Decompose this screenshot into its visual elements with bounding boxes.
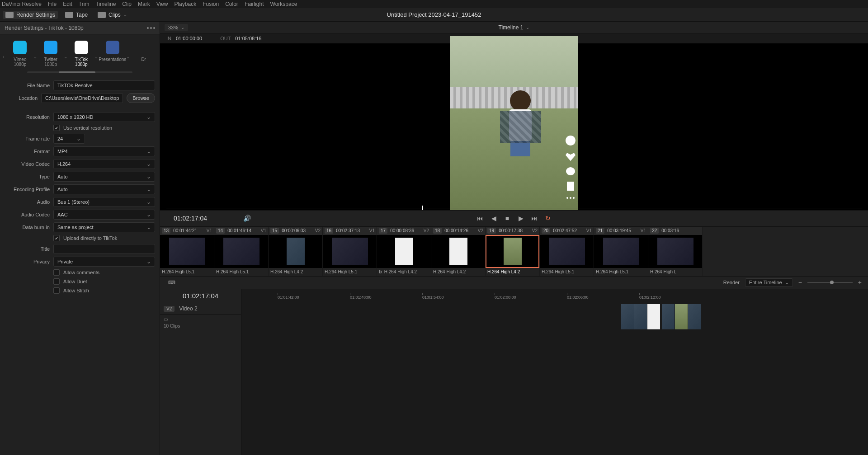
menu-item[interactable]: Trim bbox=[79, 1, 90, 7]
preset-pres[interactable]: Presentations bbox=[99, 41, 126, 62]
clip-item[interactable]: 1600:02:37:13V1H.264 High L5.1 bbox=[323, 227, 377, 276]
keyboard-icon[interactable]: ⌨ bbox=[168, 280, 175, 286]
twitter-icon bbox=[44, 41, 57, 54]
zoom-out-button[interactable]: − bbox=[798, 279, 802, 286]
stop-button[interactable]: ■ bbox=[504, 215, 511, 222]
clip-codec-label: fx H.264 High L4.2 bbox=[377, 268, 431, 276]
timeline-tracks-area[interactable]: 01:01:42:0001:01:48:0001:01:54:0001:02:0… bbox=[241, 289, 868, 455]
allow-duet-checkbox[interactable] bbox=[53, 278, 60, 285]
menu-item[interactable]: Playback bbox=[174, 1, 196, 7]
timeline-clip-group[interactable] bbox=[621, 304, 660, 329]
ruler-tick: 01:01:48:00 bbox=[350, 295, 372, 300]
encoding-profile-select[interactable]: Auto bbox=[53, 184, 155, 194]
menu-item[interactable]: DaVinci Resolve bbox=[2, 1, 42, 7]
preset-scroll-left[interactable]: ‹ bbox=[3, 54, 7, 59]
clip-codec-label: H.264 High L bbox=[648, 268, 702, 276]
menu-item[interactable]: Edit bbox=[63, 1, 72, 7]
step-back-button[interactable]: ◀ bbox=[490, 215, 497, 222]
panel-options-button[interactable] bbox=[147, 27, 155, 29]
clip-codec-label: H.264 High L5.1 bbox=[323, 268, 377, 276]
upload-tiktok-label: Upload directly to TikTok bbox=[63, 235, 117, 241]
allow-stitch-checkbox[interactable] bbox=[53, 287, 60, 294]
viewer-header: 33% ⌄ Timeline 1 ⌄ bbox=[160, 22, 868, 33]
resolution-label: Resolution bbox=[5, 114, 50, 120]
clip-item[interactable]: 2000:02:47:52V1H.264 High L5.1 bbox=[540, 227, 594, 276]
speaker-icon[interactable]: 🔊 bbox=[243, 215, 251, 222]
clip-item[interactable]: 1900:00:17:38V2H.264 High L4.2 bbox=[486, 227, 540, 276]
clip-item[interactable]: 2200:03:16H.264 High L bbox=[648, 227, 703, 276]
menu-item[interactable]: Mark bbox=[138, 1, 150, 7]
go-end-button[interactable]: ⏭ bbox=[531, 215, 538, 222]
clip-timecode: 00:02:47:52 bbox=[553, 228, 577, 233]
clip-item[interactable]: 2100:03:19:45V1H.264 High L5.1 bbox=[594, 227, 648, 276]
audio-select[interactable]: Bus 1 (Stereo) bbox=[53, 197, 155, 207]
play-button[interactable]: ▶ bbox=[517, 215, 524, 222]
menu-item[interactable]: Clip bbox=[122, 1, 132, 7]
clip-track: V1 bbox=[261, 228, 266, 233]
vertical-resolution-checkbox[interactable] bbox=[53, 125, 60, 131]
render-label: Render bbox=[723, 280, 740, 285]
go-start-button[interactable]: ⏮ bbox=[476, 215, 484, 222]
menu-item[interactable]: View bbox=[156, 1, 168, 7]
title-input[interactable] bbox=[53, 244, 155, 254]
privacy-select[interactable]: Private bbox=[53, 257, 155, 267]
browse-button[interactable]: Browse bbox=[127, 93, 155, 103]
out-timecode: 01:05:08:16 bbox=[235, 36, 261, 41]
clip-item[interactable]: 1700:00:08:36V2fx H.264 High L4.2 bbox=[377, 227, 431, 276]
allow-comments-checkbox[interactable] bbox=[53, 269, 60, 276]
preset-twitter[interactable]: Twitter 1080p bbox=[38, 41, 64, 67]
burn-in-select[interactable]: Same as project bbox=[53, 222, 155, 232]
timeline-clip-group[interactable] bbox=[662, 304, 701, 329]
codec-select[interactable]: H.264 bbox=[53, 159, 155, 169]
format-select[interactable]: MP4 bbox=[53, 146, 155, 156]
resolution-select[interactable]: 1080 x 1920 HD bbox=[53, 112, 155, 122]
chevron-down-icon[interactable]: ⌄ bbox=[33, 54, 38, 59]
clip-item[interactable]: 1300:01:44:21V1H.264 High L5.1 bbox=[160, 227, 214, 276]
clip-item[interactable]: 1500:00:06:03V2H.264 High L4.2 bbox=[269, 227, 323, 276]
chevron-down-icon[interactable]: ⌄ bbox=[126, 54, 130, 59]
timeline-name-select[interactable]: Timeline 1 ⌄ bbox=[499, 24, 530, 31]
clips-toggle[interactable]: Clips ⌄ bbox=[95, 11, 130, 19]
tape-icon bbox=[65, 12, 73, 18]
clip-item[interactable]: 1800:00:14:26V2H.264 High L4.2 bbox=[431, 227, 486, 276]
chevron-down-icon[interactable]: ⌄ bbox=[64, 54, 68, 59]
preset-vimeo[interactable]: Vimeo 1080p bbox=[7, 41, 33, 67]
loop-button[interactable]: ↻ bbox=[544, 215, 552, 222]
clip-track: V2 bbox=[532, 228, 538, 233]
clip-count: 10 Clips bbox=[164, 324, 237, 328]
chevron-down-icon[interactable]: ⌄ bbox=[94, 54, 99, 59]
render-settings-toggle[interactable]: Render Settings bbox=[3, 11, 58, 19]
menu-item[interactable]: Fairlight bbox=[245, 1, 264, 7]
clip-number: 19 bbox=[487, 228, 496, 234]
preset-scrollbar[interactable] bbox=[27, 71, 132, 73]
tape-toggle[interactable]: Tape bbox=[62, 11, 90, 19]
menu-item[interactable]: Color bbox=[225, 1, 238, 7]
location-input[interactable]: C:\Users\lewis\OneDrive\Desktop bbox=[41, 93, 123, 103]
render-scope-select[interactable]: Entire Timeline bbox=[745, 278, 793, 287]
viewer-canvas[interactable] bbox=[160, 43, 868, 210]
avatar-icon bbox=[566, 136, 576, 145]
menu-item[interactable]: Timeline bbox=[95, 1, 116, 7]
viewer-scrubber[interactable] bbox=[166, 206, 862, 210]
upload-tiktok-checkbox[interactable] bbox=[53, 235, 60, 241]
project-title: Untitled Project 2023-04-17_191452 bbox=[387, 11, 481, 18]
zoom-in-button[interactable]: + bbox=[858, 279, 862, 286]
zoom-slider[interactable] bbox=[807, 282, 853, 283]
clip-item[interactable]: 1400:01:46:14V1H.264 High L5.1 bbox=[214, 227, 269, 276]
menu-item[interactable]: Fusion bbox=[203, 1, 219, 7]
file-name-input[interactable]: TikTOk Resolve bbox=[53, 80, 155, 90]
track-header-v2[interactable]: V2 Video 2 bbox=[160, 303, 241, 315]
timeline-ruler[interactable]: 01:01:42:0001:01:48:0001:01:54:0001:02:0… bbox=[241, 289, 868, 303]
preset-[interactable]: Dr bbox=[130, 41, 157, 62]
menu-item[interactable]: File bbox=[48, 1, 57, 7]
framerate-select[interactable]: 24 bbox=[53, 134, 85, 144]
audio-codec-select[interactable]: AAC bbox=[53, 210, 155, 220]
render-bar: ⌨ Render Entire Timeline − + bbox=[160, 276, 868, 289]
preset-tiktok[interactable]: TikTok 1080p bbox=[68, 41, 94, 67]
render-settings-icon bbox=[5, 12, 14, 18]
more-icon bbox=[566, 197, 575, 199]
zoom-select[interactable]: 33% ⌄ bbox=[165, 24, 188, 31]
menu-item[interactable]: Workspace bbox=[270, 1, 297, 7]
type-select[interactable]: Auto bbox=[53, 172, 155, 182]
vertical-resolution-label: Use vertical resolution bbox=[63, 125, 112, 131]
